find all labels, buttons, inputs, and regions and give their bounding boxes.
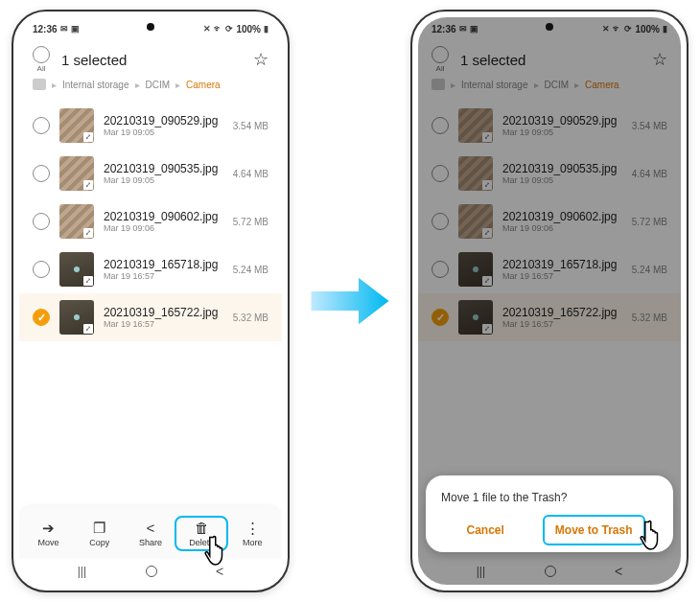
screen-right: 12:36 ✉ ▣ ✕ ᯤ ⟳ 100% ▮ All 1 selected ☆ … <box>418 17 681 585</box>
delete-button[interactable]: 🗑 Delete <box>178 520 224 547</box>
mail-icon: ✉ <box>60 24 68 34</box>
file-name: 20210319_090602.jpg <box>104 210 233 223</box>
breadcrumb-item[interactable]: DCIM <box>146 80 171 90</box>
nav-recents[interactable]: ||| <box>78 565 86 578</box>
file-size: 5.32 MB <box>233 313 268 323</box>
file-thumbnail[interactable]: ⤢ <box>59 300 94 335</box>
status-battery-text: 100% <box>236 24 261 35</box>
more-icon: ⋮ <box>245 520 260 537</box>
chevron-right-icon: ▸ <box>135 80 140 90</box>
expand-icon: ⤢ <box>83 324 93 334</box>
screen-left: 12:36 ✉ ▣ ✕ ᯤ ⟳ 100% ▮ All 1 selected ☆ … <box>19 17 282 585</box>
file-size: 3.54 MB <box>233 121 268 131</box>
file-row[interactable]: ⤢ 20210319_090602.jpg Mar 19 09:06 5.72 … <box>19 197 282 245</box>
chevron-right-icon: ▸ <box>175 80 180 90</box>
file-row[interactable]: ⤢ 20210319_090529.jpg Mar 19 09:05 3.54 … <box>19 102 282 150</box>
chevron-right-icon: ▸ <box>52 80 57 90</box>
file-size: 4.64 MB <box>233 169 268 179</box>
row-checkbox[interactable] <box>33 309 50 326</box>
copy-icon: ❐ <box>93 520 105 537</box>
file-row[interactable]: ⤢ 20210319_165722.jpg Mar 19 16:57 5.32 … <box>19 293 282 341</box>
action-bar: ➔ Move ❐ Copy < Share 🗑 Delete ⋮ More <box>19 506 282 558</box>
file-size: 5.24 MB <box>233 265 268 275</box>
confirm-dialog: Move 1 file to the Trash? Cancel Move to… <box>426 475 673 552</box>
file-row[interactable]: ⤢ 20210319_165718.jpg Mar 19 16:57 5.24 … <box>19 245 282 293</box>
wifi-icon: ᯤ <box>214 24 222 34</box>
expand-icon: ⤢ <box>83 180 93 190</box>
row-checkbox[interactable] <box>33 117 50 134</box>
battery-icon: ▮ <box>264 24 268 34</box>
file-thumbnail[interactable]: ⤢ <box>59 204 94 239</box>
home-icon[interactable] <box>33 79 46 90</box>
share-button[interactable]: < Share <box>128 520 174 547</box>
file-name: 20210319_165722.jpg <box>104 306 233 319</box>
file-list: ⤢ 20210319_090529.jpg Mar 19 09:05 3.54 … <box>19 98 282 345</box>
file-date: Mar 19 16:57 <box>104 319 233 329</box>
file-name: 20210319_090529.jpg <box>104 114 233 127</box>
move-to-trash-button[interactable]: Move to Trash <box>546 518 642 543</box>
breadcrumb[interactable]: ▸ Internal storage ▸ DCIM ▸ Camera <box>19 77 282 98</box>
select-all-circle-icon <box>33 46 50 63</box>
share-icon: < <box>147 520 155 537</box>
row-checkbox[interactable] <box>33 261 50 278</box>
file-date: Mar 19 09:05 <box>104 175 233 185</box>
move-icon: ➔ <box>42 520 55 537</box>
file-thumbnail[interactable]: ⤢ <box>59 108 94 143</box>
file-thumbnail[interactable]: ⤢ <box>59 252 94 287</box>
file-name: 20210319_165718.jpg <box>104 258 233 271</box>
file-date: Mar 19 09:06 <box>104 223 233 233</box>
file-row[interactable]: ⤢ 20210319_090535.jpg Mar 19 09:05 4.64 … <box>19 150 282 197</box>
file-date: Mar 19 16:57 <box>104 271 233 281</box>
favorite-button[interactable]: ☆ <box>253 49 268 70</box>
breadcrumb-item[interactable]: Internal storage <box>62 80 129 90</box>
phone-left: 12:36 ✉ ▣ ✕ ᯤ ⟳ 100% ▮ All 1 selected ☆ … <box>12 10 290 592</box>
expand-icon: ⤢ <box>83 132 93 142</box>
expand-icon: ⤢ <box>83 276 93 286</box>
dialog-message: Move 1 file to the Trash? <box>441 491 658 504</box>
expand-icon: ⤢ <box>83 228 93 238</box>
nav-home[interactable] <box>146 566 157 577</box>
cancel-button[interactable]: Cancel <box>456 518 513 543</box>
page-title: 1 selected <box>61 52 253 68</box>
svg-marker-0 <box>312 278 389 325</box>
select-all-label: All <box>37 64 46 73</box>
breadcrumb-item-current[interactable]: Camera <box>186 80 221 90</box>
nav-back[interactable] <box>216 564 223 579</box>
image-icon: ▣ <box>71 24 80 34</box>
trash-icon: 🗑 <box>195 520 209 537</box>
status-time: 12:36 <box>33 24 58 35</box>
select-all-toggle[interactable]: All <box>33 46 50 73</box>
file-name: 20210319_090535.jpg <box>104 162 233 175</box>
file-thumbnail[interactable]: ⤢ <box>59 156 94 191</box>
status-bar: 12:36 ✉ ▣ ✕ ᯤ ⟳ 100% ▮ <box>19 17 282 40</box>
android-nav-bar: ||| <box>19 558 282 585</box>
copy-button[interactable]: ❐ Copy <box>77 520 123 547</box>
row-checkbox[interactable] <box>33 165 50 182</box>
file-size: 5.72 MB <box>233 217 268 227</box>
mute-icon: ✕ <box>203 24 211 34</box>
move-button[interactable]: ➔ Move <box>26 520 72 547</box>
selection-header: All 1 selected ☆ <box>19 40 282 77</box>
more-button[interactable]: ⋮ More <box>229 520 275 547</box>
row-checkbox[interactable] <box>33 213 50 230</box>
transition-arrow-icon <box>304 267 396 335</box>
rotate-icon: ⟳ <box>225 24 233 34</box>
phone-right: 12:36 ✉ ▣ ✕ ᯤ ⟳ 100% ▮ All 1 selected ☆ … <box>410 10 688 592</box>
file-date: Mar 19 09:05 <box>104 127 233 137</box>
